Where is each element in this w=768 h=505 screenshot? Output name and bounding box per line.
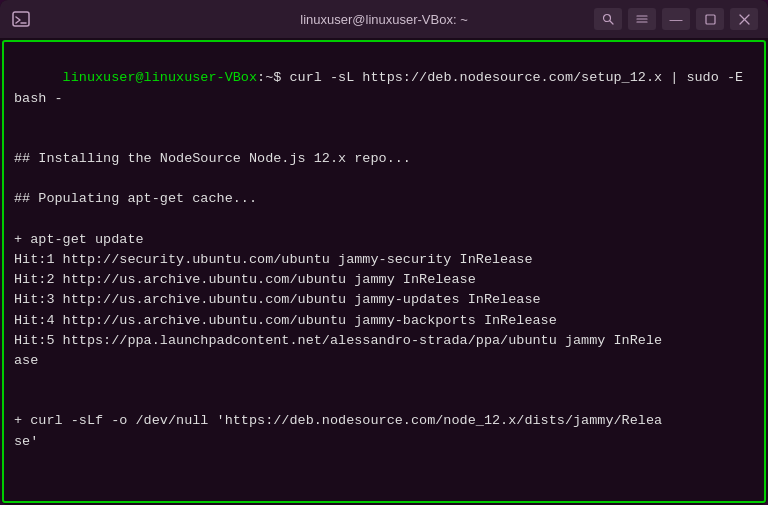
blank-line-2 — [14, 169, 754, 189]
svg-rect-7 — [706, 15, 715, 24]
minimize-button[interactable]: — — [662, 8, 690, 30]
maximize-button[interactable] — [696, 8, 724, 30]
terminal-icon — [10, 8, 32, 30]
prompt-user: linuxuser@linuxuser-VBox — [63, 70, 257, 85]
svg-point-2 — [604, 15, 611, 22]
terminal-window: linuxuser@linuxuser-VBox: ~ — — [0, 0, 768, 505]
search-button[interactable] — [594, 8, 622, 30]
output-line-13: se' — [14, 432, 754, 452]
output-line-7: Hit:4 http://us.archive.ubuntu.com/ubunt… — [14, 311, 754, 331]
terminal-body[interactable]: linuxuser@linuxuser-VBox:~$ curl -sL htt… — [2, 40, 766, 503]
output-line-2: ## Populating apt-get cache... — [14, 189, 754, 209]
blank-line-5 — [14, 391, 754, 411]
output-line-6: Hit:3 http://us.archive.ubuntu.com/ubunt… — [14, 290, 754, 310]
output-line-9: ase — [14, 351, 754, 371]
svg-rect-0 — [13, 12, 29, 26]
window-controls: — — [594, 8, 758, 30]
blank-line-3 — [14, 210, 754, 230]
output-line-12: + curl -sLf -o /dev/null 'https://deb.no… — [14, 411, 754, 431]
titlebar-left — [10, 8, 32, 30]
output-line-3: + apt-get update — [14, 230, 754, 250]
menu-button[interactable] — [628, 8, 656, 30]
blank-line-1 — [14, 129, 754, 149]
titlebar: linuxuser@linuxuser-VBox: ~ — — [0, 0, 768, 38]
output-line-4: Hit:1 http://security.ubuntu.com/ubuntu … — [14, 250, 754, 270]
close-button[interactable] — [730, 8, 758, 30]
output-line-1: ## Installing the NodeSource Node.js 12.… — [14, 149, 754, 169]
window-title: linuxuser@linuxuser-VBox: ~ — [300, 12, 467, 27]
output-line-8: Hit:5 https://ppa.launchpadcontent.net/a… — [14, 331, 754, 351]
svg-line-3 — [610, 21, 613, 24]
blank-line-4 — [14, 371, 754, 391]
command-prompt: linuxuser@linuxuser-VBox:~$ curl -sL htt… — [14, 48, 754, 129]
output-line-5: Hit:2 http://us.archive.ubuntu.com/ubunt… — [14, 270, 754, 290]
